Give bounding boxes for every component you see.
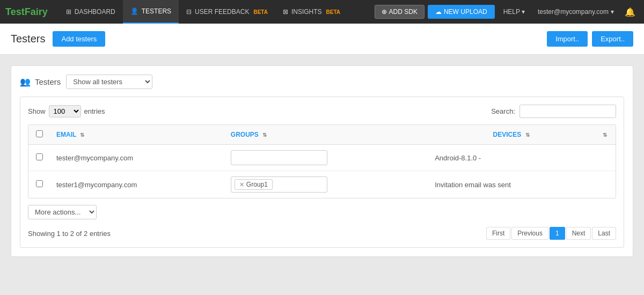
cloud-upload-icon: ☁ <box>435 8 442 16</box>
table-controls: Show 100 25 50 entries Search: <box>28 105 616 118</box>
nav-label-insights: INSIGHTS <box>291 8 322 16</box>
pagination-last[interactable]: Last <box>592 227 616 240</box>
logo: TestFairy <box>5 6 48 18</box>
row1-device: Android-8.1.0 - <box>428 145 594 171</box>
row1-extra <box>594 145 616 171</box>
notifications-bell[interactable]: 🔔 <box>621 7 639 17</box>
add-testers-button[interactable]: Add testers <box>53 31 105 47</box>
select-all-header[interactable] <box>28 125 50 145</box>
table-row: tester@mycompany.com Android-8.1.0 - <box>28 145 616 171</box>
help-menu[interactable]: HELP ▾ <box>498 8 530 16</box>
plus-circle-icon: ⊕ <box>382 8 387 16</box>
chevron-down-icon: ▾ <box>522 8 525 16</box>
pagination-next[interactable]: Next <box>566 227 591 240</box>
user-chevron-icon: ▾ <box>611 8 614 16</box>
section-title-text: Testers <box>35 77 61 86</box>
pagination-first[interactable]: First <box>486 227 510 240</box>
select-all-checkbox[interactable] <box>36 130 43 137</box>
table-row: tester1@mycompany.com ✕ Group1 Invitatio… <box>28 171 616 198</box>
group-tag-label: Group1 <box>246 181 268 188</box>
logo-part1: Test <box>5 6 25 17</box>
nav-item-dashboard[interactable]: ⊞ DASHBOARD <box>58 0 123 24</box>
pagination-previous[interactable]: Previous <box>511 227 548 240</box>
section-title: 👥 Testers <box>20 77 61 87</box>
new-upload-button[interactable]: ☁ NEW UPLOAD <box>428 5 495 19</box>
header-right: Import.. Export.. <box>547 31 633 47</box>
entries-label: entries <box>84 107 105 115</box>
section-header: 👥 Testers Show all testers Show active t… <box>20 75 624 89</box>
new-upload-label: NEW UPLOAD <box>444 8 487 16</box>
table-header: EMAIL ⇅ GROUPS ⇅ DEVICES ⇅ <box>28 125 616 145</box>
row2-extra <box>594 171 616 198</box>
table-body: tester@mycompany.com Android-8.1.0 - <box>28 145 616 198</box>
row2-email: tester1@mycompany.com <box>50 171 224 198</box>
row2-checkbox-cell[interactable] <box>28 171 50 198</box>
user-menu[interactable]: tester@mycompany.com ▾ <box>533 8 618 16</box>
nav-item-insights[interactable]: ⊠ INSIGHTS BETA <box>275 0 348 24</box>
row1-checkbox[interactable] <box>36 153 43 160</box>
email-sort-icon: ⇅ <box>80 132 84 138</box>
beta-badge-feedback: BETA <box>253 9 267 15</box>
groups-sort-icon: ⇅ <box>262 132 267 138</box>
nav-label-user-feedback: USER FEEDBACK <box>195 8 249 16</box>
import-button[interactable]: Import.. <box>547 31 588 47</box>
testers-table-wrapper: EMAIL ⇅ GROUPS ⇅ DEVICES ⇅ <box>28 124 616 198</box>
row2-checkbox[interactable] <box>36 180 43 187</box>
beta-badge-insights: BETA <box>326 9 340 15</box>
col-groups-label: GROUPS <box>231 131 259 138</box>
user-email: tester@mycompany.com <box>538 8 609 16</box>
more-actions-select[interactable]: More actions... Delete selected Export s… <box>28 205 97 219</box>
testers-card: 👥 Testers Show all testers Show active t… <box>11 65 633 257</box>
row2-groups-input[interactable]: ✕ Group1 <box>231 176 327 193</box>
grid2-icon: ⊟ <box>186 8 192 16</box>
search-label: Search: <box>491 107 515 115</box>
pagination-page-1[interactable]: 1 <box>550 227 565 240</box>
testers-section-icon: 👥 <box>20 77 31 87</box>
group-tag-group1: ✕ Group1 <box>235 179 273 190</box>
page-title: Testers <box>11 33 45 45</box>
help-label: HELP <box>503 8 520 16</box>
row2-groups: ✕ Group1 <box>224 171 428 198</box>
insights-icon: ⊠ <box>283 8 288 16</box>
group-tag-remove-icon[interactable]: ✕ <box>239 181 244 188</box>
table-container: Show 100 25 50 entries Search: <box>20 97 624 248</box>
nav-items: ⊞ DASHBOARD 👤 TESTERS ⊟ USER FEEDBACK BE… <box>58 0 348 24</box>
add-sdk-label: ADD SDK <box>389 8 418 16</box>
pagination-buttons: First Previous 1 Next Last <box>486 227 616 240</box>
actions-row: More actions... Delete selected Export s… <box>28 205 616 219</box>
nav-label-dashboard: DASHBOARD <box>75 8 115 16</box>
export-button[interactable]: Export.. <box>592 31 633 47</box>
testers-table: EMAIL ⇅ GROUPS ⇅ DEVICES ⇅ <box>28 125 616 198</box>
col-email-label: EMAIL <box>56 131 76 138</box>
col-extra[interactable]: ⇅ <box>594 125 616 145</box>
col-devices-label: DEVICES <box>493 131 522 138</box>
header-bar: Testers Add testers Import.. Export.. <box>0 24 644 55</box>
main-content: 👥 Testers Show all testers Show active t… <box>0 55 644 268</box>
add-sdk-button[interactable]: ⊕ ADD SDK <box>375 5 425 19</box>
nav-item-testers[interactable]: 👤 TESTERS <box>123 0 179 24</box>
row1-email: tester@mycompany.com <box>50 145 224 171</box>
row1-groups <box>224 145 428 171</box>
logo-part2: Fairy <box>25 6 48 17</box>
header-left: Testers Add testers <box>11 31 105 47</box>
col-devices[interactable]: DEVICES ⇅ <box>428 125 594 145</box>
col-groups[interactable]: GROUPS ⇅ <box>224 125 428 145</box>
nav-item-user-feedback[interactable]: ⊟ USER FEEDBACK BETA <box>179 0 275 24</box>
nav-right: ⊕ ADD SDK ☁ NEW UPLOAD HELP ▾ tester@myc… <box>375 5 639 19</box>
show-label: Show <box>28 107 46 115</box>
navbar: TestFairy ⊞ DASHBOARD 👤 TESTERS ⊟ USER F… <box>0 0 644 24</box>
pagination-row: Showing 1 to 2 of 2 entries First Previo… <box>28 227 616 240</box>
entries-select[interactable]: 100 25 50 <box>49 105 81 117</box>
nav-label-testers: TESTERS <box>142 8 171 15</box>
extra-sort-icon: ⇅ <box>603 132 607 138</box>
search-box: Search: <box>491 105 616 118</box>
search-input[interactable] <box>519 105 616 118</box>
devices-sort-icon: ⇅ <box>525 132 530 138</box>
row2-device: Invitation email was sent <box>428 171 594 198</box>
row1-groups-input[interactable] <box>231 150 327 165</box>
grid-icon: ⊞ <box>66 8 71 16</box>
show-entries-control: Show 100 25 50 entries <box>28 105 105 117</box>
row1-checkbox-cell[interactable] <box>28 145 50 171</box>
col-email[interactable]: EMAIL ⇅ <box>50 125 224 145</box>
show-testers-select[interactable]: Show all testers Show active testers Sho… <box>66 75 152 89</box>
